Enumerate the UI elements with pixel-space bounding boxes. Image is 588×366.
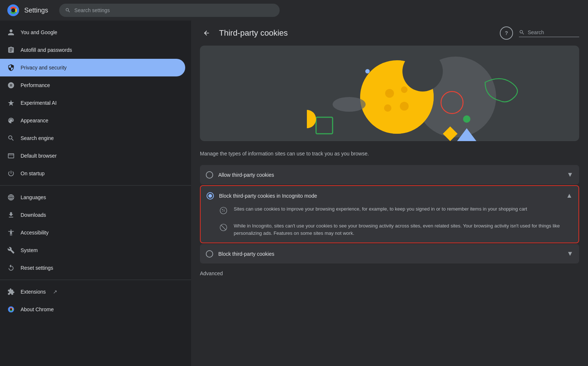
sidebar-divider-1 bbox=[0, 185, 191, 186]
sidebar-item-system[interactable]: System bbox=[0, 241, 185, 259]
sidebar-item-autofill[interactable]: Autofill and passwords bbox=[0, 41, 185, 59]
sidebar-item-label: Extensions bbox=[21, 289, 46, 295]
sidebar-item-label: Privacy and security bbox=[21, 65, 67, 71]
app-title: Settings bbox=[24, 7, 48, 14]
header-search-input[interactable] bbox=[528, 29, 579, 35]
svg-point-21 bbox=[220, 207, 227, 214]
sidebar-item-label: Default browser bbox=[21, 153, 57, 159]
sidebar-item-you-and-google[interactable]: You and Google bbox=[0, 24, 185, 41]
sidebar-item-performance[interactable]: Performance bbox=[0, 76, 185, 94]
svg-point-23 bbox=[223, 211, 225, 212]
chrome-logo-icon bbox=[7, 4, 19, 16]
sidebar-item-label: Appearance bbox=[21, 118, 49, 123]
shield-icon bbox=[7, 64, 15, 71]
wrench-icon bbox=[7, 247, 15, 254]
page-title: Third-party cookies bbox=[219, 28, 288, 38]
sidebar-item-experimental-ai[interactable]: Experimental AI bbox=[0, 94, 185, 112]
globe-icon bbox=[7, 194, 15, 201]
sidebar-item-default-browser[interactable]: Default browser bbox=[0, 147, 185, 165]
content-header: Third-party cookies ? bbox=[191, 21, 588, 46]
expanded-text-1: Sites can use cookies to improve your br… bbox=[234, 205, 527, 213]
person-icon bbox=[7, 29, 15, 36]
radio-option-allow[interactable]: Allow third-party cookies ▼ bbox=[200, 165, 579, 184]
radio-option-allow-header: Allow third-party cookies ▼ bbox=[206, 171, 573, 179]
chrome-icon bbox=[7, 306, 15, 313]
svg-point-11 bbox=[400, 102, 409, 111]
svg-point-13 bbox=[401, 86, 408, 93]
header-search[interactable] bbox=[519, 29, 579, 37]
svg-rect-16 bbox=[316, 117, 333, 134]
sidebar-item-reset-settings[interactable]: Reset settings bbox=[0, 259, 185, 277]
accessibility-icon bbox=[7, 229, 15, 236]
radio-option-block-all-header: Block third-party cookies ▼ bbox=[206, 250, 573, 258]
svg-point-25 bbox=[224, 209, 225, 209]
radio-option-block-incognito[interactable]: Block third-party cookies in Incognito m… bbox=[200, 185, 579, 243]
sidebar-divider-2 bbox=[0, 280, 191, 280]
search-input[interactable] bbox=[74, 7, 274, 13]
sidebar-item-accessibility[interactable]: Accessibility bbox=[0, 224, 185, 241]
expanded-row-2: While in Incognito, sites can't use your… bbox=[219, 222, 573, 237]
search-bar[interactable] bbox=[59, 4, 280, 17]
content-area: Third-party cookies ? bbox=[191, 21, 588, 366]
radio-option-block-all[interactable]: Block third-party cookies ▼ bbox=[200, 244, 579, 263]
chevron-up-icon: ▲ bbox=[566, 192, 573, 200]
radio-circle-block-all bbox=[206, 250, 213, 258]
sparkle-icon bbox=[7, 99, 15, 107]
sidebar-item-appearance[interactable]: Appearance bbox=[0, 112, 185, 129]
cookie-svg bbox=[200, 46, 579, 141]
expanded-row-1: Sites can use cookies to improve your br… bbox=[219, 205, 573, 215]
sidebar-item-label: Autofill and passwords bbox=[21, 47, 72, 53]
radio-label-block-all: Block third-party cookies bbox=[218, 251, 567, 257]
sidebar-item-label: Accessibility bbox=[21, 230, 49, 236]
header-left: Third-party cookies bbox=[200, 26, 288, 40]
sidebar-item-privacy[interactable]: Privacy and security bbox=[0, 59, 185, 76]
sidebar-item-label: Experimental AI bbox=[21, 100, 57, 106]
block-detail-icon bbox=[219, 223, 228, 232]
svg-point-15 bbox=[333, 97, 366, 112]
sidebar-item-label: Languages bbox=[21, 194, 46, 200]
clipboard-icon bbox=[7, 46, 15, 54]
sidebar-item-label: Reset settings bbox=[21, 265, 53, 271]
sidebar-item-about-chrome[interactable]: About Chrome bbox=[0, 301, 185, 318]
page-description: Manage the types of information sites ca… bbox=[191, 150, 588, 165]
svg-point-14 bbox=[365, 69, 370, 73]
back-button[interactable] bbox=[200, 26, 213, 40]
sidebar-item-search-engine[interactable]: Search engine bbox=[0, 129, 185, 147]
svg-point-24 bbox=[222, 211, 223, 212]
sidebar-item-label: Performance bbox=[21, 82, 50, 88]
download-icon bbox=[7, 211, 15, 219]
header-right: ? bbox=[500, 26, 579, 40]
sidebar: You and Google Autofill and passwords Pr… bbox=[0, 21, 191, 366]
sidebar-item-label: About Chrome bbox=[21, 306, 54, 312]
sidebar-item-extensions[interactable]: Extensions ↗ bbox=[0, 283, 185, 301]
svg-point-6 bbox=[10, 308, 12, 311]
sidebar-item-label: You and Google bbox=[21, 29, 57, 35]
sidebar-item-downloads[interactable]: Downloads bbox=[0, 206, 185, 224]
reset-icon bbox=[7, 264, 15, 272]
sidebar-item-label: Search engine bbox=[21, 135, 54, 141]
svg-point-22 bbox=[222, 209, 223, 210]
expanded-content: Sites can use cookies to improve your br… bbox=[207, 205, 573, 237]
topbar: Settings bbox=[0, 0, 588, 21]
sidebar-item-label: Downloads bbox=[21, 212, 46, 218]
sidebar-item-languages[interactable]: Languages bbox=[0, 189, 185, 206]
chevron-down-icon: ▼ bbox=[567, 171, 573, 179]
chevron-down-icon: ▼ bbox=[567, 250, 573, 258]
svg-point-12 bbox=[384, 104, 391, 112]
radio-circle-allow bbox=[206, 171, 213, 179]
search-icon bbox=[65, 7, 71, 13]
external-link-icon: ↗ bbox=[53, 289, 57, 295]
cookie-detail-icon bbox=[219, 206, 228, 215]
svg-point-9 bbox=[402, 51, 443, 92]
gauge-icon bbox=[7, 82, 15, 89]
sidebar-item-on-startup[interactable]: On startup bbox=[0, 165, 185, 182]
sidebar-item-label: On startup bbox=[21, 171, 44, 176]
power-icon bbox=[7, 170, 15, 177]
help-button[interactable]: ? bbox=[500, 26, 513, 40]
svg-point-10 bbox=[385, 89, 394, 98]
search-icon bbox=[7, 134, 15, 142]
sidebar-item-label: System bbox=[21, 247, 38, 253]
radio-label-allow: Allow third-party cookies bbox=[218, 172, 567, 178]
svg-point-18 bbox=[463, 115, 470, 123]
advanced-section: Advanced bbox=[191, 264, 588, 283]
